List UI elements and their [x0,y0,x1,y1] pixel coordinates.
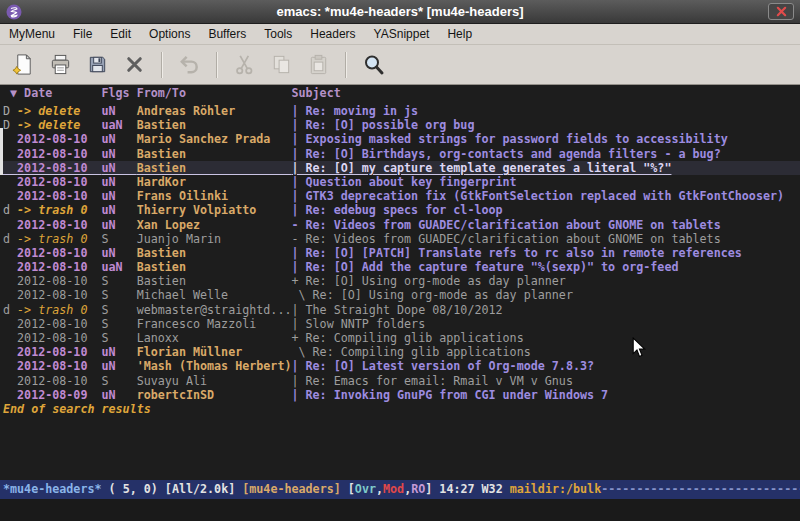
from-cell: Lanoxx [137,331,292,345]
emacs-window: emacs: *mu4e-headers* [mu4e-headers] MyM… [0,0,800,521]
scrollbar-thumb[interactable] [0,128,3,175]
search-button[interactable] [355,49,392,81]
mark-cell [3,260,17,274]
print-icon [49,53,72,76]
flags-cell: uN [102,161,137,175]
subject-cell: | Re: [O] Birthdays, org-contacts and ag… [291,147,800,161]
date-cell: 2012-08-10 [17,189,101,203]
from-cell: Bastien [137,260,292,274]
message-row[interactable]: 2012-08-10 uN Xan Lopez - Re: Videos fro… [3,218,800,232]
copy-button[interactable] [263,49,300,81]
column-header-from[interactable]: From/To [137,85,292,101]
undo-icon [178,53,201,76]
menu-item-headers[interactable]: Headers [301,24,364,45]
sort-indicator[interactable]: ▼ [3,85,17,101]
undo-button[interactable] [171,49,208,81]
message-row[interactable]: 2012-08-10 uN Bastien | Re: [O] my captu… [3,161,800,175]
from-cell: Michael Welle [137,288,292,302]
paste-button[interactable] [300,49,337,81]
message-row[interactable]: d -> trash 0 uN Thierry Volpiatto | Re: … [3,203,800,217]
message-row[interactable]: 2012-08-10 uN HardKor | Question about k… [3,175,800,189]
column-header-flags[interactable]: Flgs [102,85,137,101]
subject-cell: \ Re: Compiling glib applications [291,345,800,359]
subject-cell: | Re: moving in js [291,104,800,118]
flags-cell: uN [102,189,137,203]
message-row[interactable]: 2012-08-10 uaN Bastien | Re: [O] Add the… [3,260,800,274]
message-row[interactable]: 2012-08-10 S Michael Welle \ Re: [O] Usi… [3,288,800,302]
subject-cell: | Exposing masked strings for password f… [291,132,800,146]
from-cell: robertcInSD [137,388,292,402]
date-cell: 2012-08-10 [17,218,101,232]
new-file-button[interactable] [5,49,42,81]
flags-cell: uN [102,104,137,118]
message-row[interactable]: 2012-08-10 S Lanoxx + Re: Compiling glib… [3,331,800,345]
close-button[interactable] [768,3,794,20]
modeline-mode[interactable]: [mu4e-headers] [242,482,341,496]
message-row[interactable]: d -> trash 0 S webmaster@straightd...| T… [3,303,800,317]
message-row[interactable]: 2012-08-10 uN Frans Oilinki | GTK3 depre… [3,189,800,203]
message-row[interactable]: 2012-08-10 uN Bastien | Re: [O] Birthday… [3,147,800,161]
modeline-buffer[interactable]: *mu4e-headers* [3,482,102,496]
titlebar: emacs: *mu4e-headers* [mu4e-headers] [0,0,800,24]
date-cell: 2012-08-10 [17,260,101,274]
mark-cell [3,331,17,345]
date-cell: 2012-08-10 [17,359,101,373]
menu-item-yasnippet[interactable]: YASnippet [365,24,439,45]
print-button[interactable] [42,49,79,81]
mark-cell [3,374,17,388]
mark-cell: D [3,118,17,132]
menu-item-help[interactable]: Help [438,24,481,45]
echo-area[interactable] [0,499,800,521]
from-cell: 'Mash (Thomas Herbert) [137,359,292,373]
message-row[interactable]: d -> trash 0 S Juanjo Marin - Re: Videos… [3,232,800,246]
mark-cell [3,317,17,331]
menu-item-options[interactable]: Options [140,24,199,45]
flags-cell: S [102,303,137,317]
subject-cell: + Re: Compiling glib applications [291,331,800,345]
subject-cell: | Re: [O] [PATCH] Translate refs to rc a… [291,246,800,260]
message-row[interactable]: D -> delete uN Andreas Röhler | Re: movi… [3,104,800,118]
header-line: ▼ Date Flgs From/To Subject [0,85,800,101]
subject-cell: | Re: [O] possible org bug [291,118,800,132]
message-row[interactable]: 2012-08-10 S Bastien + Re: [O] Using org… [3,274,800,288]
mode-line[interactable]: *mu4e-headers* ( 5, 0) [All/2.0k] [mu4e-… [0,480,800,499]
toolbar [0,45,800,85]
message-row[interactable]: 2012-08-10 S Suvayu Ali | Re: Emacs for … [3,374,800,388]
column-header-subject[interactable]: Subject [291,85,800,101]
date-cell: -> delete [17,104,101,118]
message-row[interactable]: 2012-08-09 uN robertcInSD | Re: Invoking… [3,388,800,402]
save-button[interactable] [79,49,116,81]
cut-button[interactable] [226,49,263,81]
menu-item-buffers[interactable]: Buffers [199,24,255,45]
from-cell: Bastien [137,118,292,132]
menu-item-tools[interactable]: Tools [255,24,301,45]
message-row[interactable]: D -> delete uaN Bastien | Re: [O] possib… [3,118,800,132]
menu-item-mymenu[interactable]: MyMenu [0,24,64,45]
column-header-date[interactable]: Date [17,85,101,101]
mark-cell [3,359,17,373]
date-cell: -> delete [17,118,101,132]
emacs-icon[interactable] [6,4,22,20]
date-cell: 2012-08-10 [17,288,101,302]
mark-cell: d [3,232,17,246]
from-cell: Florian Müllner [137,345,292,359]
menu-item-file[interactable]: File [64,24,101,45]
menu-item-edit[interactable]: Edit [101,24,140,45]
message-row[interactable]: 2012-08-10 uN Bastien | Re: [O] [PATCH] … [3,246,800,260]
end-of-results: End of search results [3,402,800,416]
flags-cell: uN [102,132,137,146]
modeline-plain: ] 14:27 W32 [425,482,509,496]
modeline-ovr: Ovr [355,482,376,496]
message-row[interactable]: 2012-08-10 S Francesco Mazzoli | Slow NN… [3,317,800,331]
mark-cell [3,132,17,146]
modeline-mod: Mod [383,482,404,496]
mark-cell [3,388,17,402]
message-row[interactable]: 2012-08-10 uN 'Mash (Thomas Herbert)| Re… [3,359,800,373]
close-buffer-button[interactable] [116,49,153,81]
toolbar-separator [216,52,218,78]
subject-cell: | Re: edebug specs for cl-loop [291,203,800,217]
message-row[interactable]: 2012-08-10 uN Florian Müllner \ Re: Comp… [3,345,800,359]
date-cell: 2012-08-10 [17,161,101,175]
message-row[interactable]: 2012-08-10 uN Mario Sanchez Prada | Expo… [3,132,800,146]
date-cell: 2012-08-10 [17,331,101,345]
